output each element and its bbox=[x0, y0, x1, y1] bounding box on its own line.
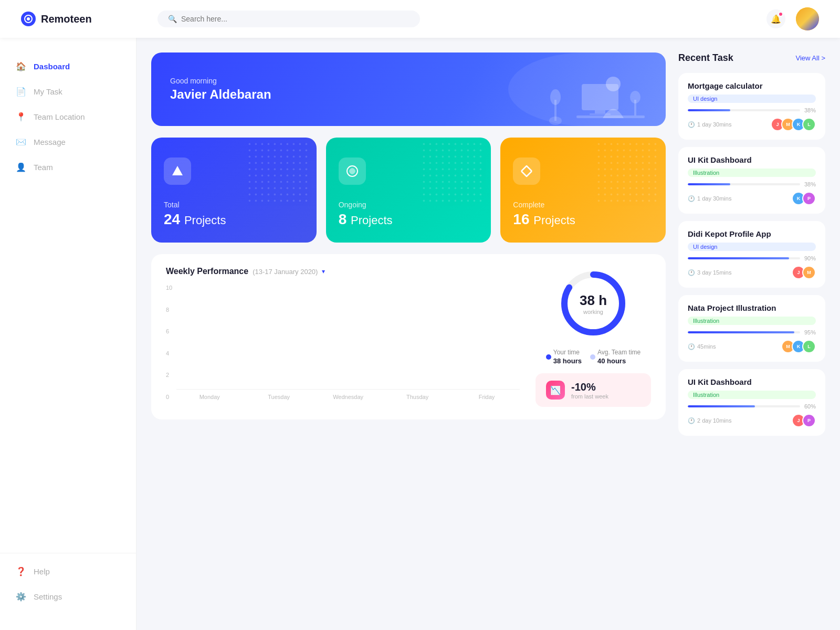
teamlocation-icon: 📍 bbox=[16, 111, 26, 122]
bar-chart-wrapper: 0 2 4 6 8 10 bbox=[166, 285, 520, 400]
task-name-0: Mortgage calculator bbox=[688, 81, 816, 90]
task-progress-row-4: 60% bbox=[688, 403, 816, 410]
task-due-2: 🕐 3 day 15mins bbox=[688, 269, 731, 276]
sidebar-item-settings[interactable]: ⚙️ Settings bbox=[0, 584, 136, 609]
sidebar-item-mytask[interactable]: 📄 My Task bbox=[0, 79, 136, 104]
clock-icon-3: 🕐 bbox=[688, 343, 695, 350]
logo-icon bbox=[21, 12, 36, 26]
main-layout: 🏠 Dasboard 📄 My Task 📍 Team Location ✉️ … bbox=[0, 38, 840, 630]
sidebar-item-help[interactable]: ❓ Help bbox=[0, 559, 136, 584]
dots-bg bbox=[248, 143, 311, 206]
x-label-monday: Monday bbox=[176, 394, 243, 400]
panel-title: Recent Task bbox=[678, 52, 733, 64]
sidebar-item-teamlocation[interactable]: 📍 Team Location bbox=[0, 104, 136, 129]
task-tag-2: UI design bbox=[688, 243, 816, 251]
task-progress-row-2: 90% bbox=[688, 255, 816, 261]
task-name-3: Nata Project Illustration bbox=[688, 303, 816, 312]
svg-rect-9 bbox=[576, 116, 645, 118]
task-card-4: UI Kit Dashboard Illustration 60% 🕐 2 da… bbox=[678, 369, 825, 436]
legend-your-time: Your time 38 hours bbox=[546, 349, 582, 365]
your-time-value: 38 hours bbox=[553, 357, 582, 365]
task-avatars-2: J M bbox=[792, 266, 816, 279]
dashboard-icon: 🏠 bbox=[16, 61, 26, 71]
user-avatar[interactable] bbox=[796, 7, 819, 30]
your-time-dot bbox=[546, 354, 551, 360]
task-progress-fill-0 bbox=[688, 109, 730, 111]
task-avatar: P bbox=[802, 192, 816, 205]
trend-info: -10% from last week bbox=[571, 381, 608, 400]
sidebar-item-team[interactable]: 👤 Team bbox=[0, 154, 136, 180]
complete-value: 16 Projects bbox=[513, 211, 653, 228]
sidebar-item-dashboard[interactable]: 🏠 Dasboard bbox=[0, 54, 136, 79]
search-input[interactable] bbox=[181, 15, 410, 23]
task-due-3: 🕐 45mins bbox=[688, 343, 716, 350]
notification-bell[interactable]: 🔔 bbox=[766, 9, 785, 28]
panel-header: Recent Task View All > bbox=[678, 52, 825, 64]
clock-icon-2: 🕐 bbox=[688, 269, 695, 276]
dots-bg-orange bbox=[597, 143, 660, 206]
clock-icon-0: 🕐 bbox=[688, 121, 695, 128]
trend-box: 📉 -10% from last week bbox=[536, 373, 651, 407]
ongoing-label: Ongoing bbox=[339, 201, 479, 209]
task-progress-bar-0 bbox=[688, 109, 800, 111]
x-label-friday: Friday bbox=[454, 394, 520, 400]
sidebar-label-teamlocation: Team Location bbox=[34, 112, 85, 121]
task-footer-0: 🕐 1 day 30mins J M K L bbox=[688, 118, 816, 131]
task-footer-4: 🕐 2 day 10mins J P bbox=[688, 414, 816, 427]
trend-percent: -10% bbox=[571, 381, 608, 393]
svg-point-11 bbox=[630, 91, 640, 103]
trend-desc: from last week bbox=[571, 393, 608, 400]
task-progress-pct-3: 95% bbox=[804, 329, 816, 335]
task-progress-bar-4 bbox=[688, 405, 800, 407]
chart-header: Weekly Performance (13-17 January 2020) … bbox=[166, 267, 520, 276]
x-label-tuesday: Tuesday bbox=[246, 394, 312, 400]
task-footer-1: 🕐 1 day 30mins K P bbox=[688, 192, 816, 205]
task-progress-pct-0: 38% bbox=[804, 107, 816, 113]
task-avatars-4: J P bbox=[792, 414, 816, 427]
logo-area: Remoteen bbox=[21, 12, 158, 26]
stat-card-ongoing: Ongoing 8 Projects bbox=[326, 138, 491, 243]
task-avatars-1: K P bbox=[792, 192, 816, 205]
task-card-2: Didi Kepot Profile App UI design 90% 🕐 3… bbox=[678, 221, 825, 288]
task-due-1: 🕐 1 day 30mins bbox=[688, 195, 731, 202]
donut-center: 38 h working bbox=[580, 292, 607, 315]
svg-rect-6 bbox=[595, 110, 605, 113]
task-progress-pct-4: 60% bbox=[804, 403, 816, 410]
task-progress-row-3: 95% bbox=[688, 329, 816, 335]
chart-title: Weekly Performance bbox=[166, 267, 248, 276]
y-axis: 0 2 4 6 8 10 bbox=[166, 285, 176, 400]
chart-period: (13-17 January 2020) bbox=[253, 268, 318, 276]
task-name-1: UI Kit Dashboard bbox=[688, 155, 816, 164]
task-progress-bar-1 bbox=[688, 183, 800, 185]
task-progress-row-1: 38% bbox=[688, 181, 816, 187]
avg-time-info: Avg. Team time 40 hours bbox=[597, 349, 640, 365]
total-icon bbox=[164, 158, 191, 185]
donut-hours: 38 h bbox=[580, 292, 607, 309]
task-due-0: 🕐 1 day 30mins bbox=[688, 121, 731, 128]
task-progress-bar-2 bbox=[688, 257, 800, 259]
dots-bg-teal bbox=[423, 143, 486, 206]
task-progress-bar-3 bbox=[688, 331, 800, 333]
search-bar[interactable]: 🔍 bbox=[158, 10, 420, 27]
banner-illustration bbox=[540, 68, 645, 126]
svg-rect-19 bbox=[597, 143, 660, 206]
help-icon: ❓ bbox=[16, 566, 26, 576]
chart-area: Weekly Performance (13-17 January 2020) … bbox=[166, 267, 520, 407]
sidebar-item-message[interactable]: ✉️ Message bbox=[0, 129, 136, 154]
weekly-performance-section: Weekly Performance (13-17 January 2020) … bbox=[151, 254, 666, 419]
task-progress-pct-1: 38% bbox=[804, 181, 816, 187]
task-tag-0: UI design bbox=[688, 94, 816, 103]
chart-dropdown[interactable]: ▾ bbox=[322, 268, 325, 275]
legend-avg-time: Avg. Team time 40 hours bbox=[590, 349, 640, 365]
your-time-label: Your time bbox=[553, 349, 582, 356]
svg-rect-13 bbox=[248, 143, 311, 206]
trend-icon: 📉 bbox=[546, 381, 565, 400]
sidebar-label-mytask: My Task bbox=[34, 87, 62, 96]
bar-chart-inner: Monday Tuesday Wednesday Thusday Friday bbox=[176, 285, 520, 400]
task-due-4: 🕐 2 day 10mins bbox=[688, 417, 731, 424]
total-label: Total bbox=[164, 201, 304, 209]
view-all-button[interactable]: View All > bbox=[796, 54, 826, 62]
task-footer-3: 🕐 45mins M K L bbox=[688, 340, 816, 353]
app-name: Remoteen bbox=[41, 13, 92, 25]
avg-time-value: 40 hours bbox=[597, 357, 640, 365]
